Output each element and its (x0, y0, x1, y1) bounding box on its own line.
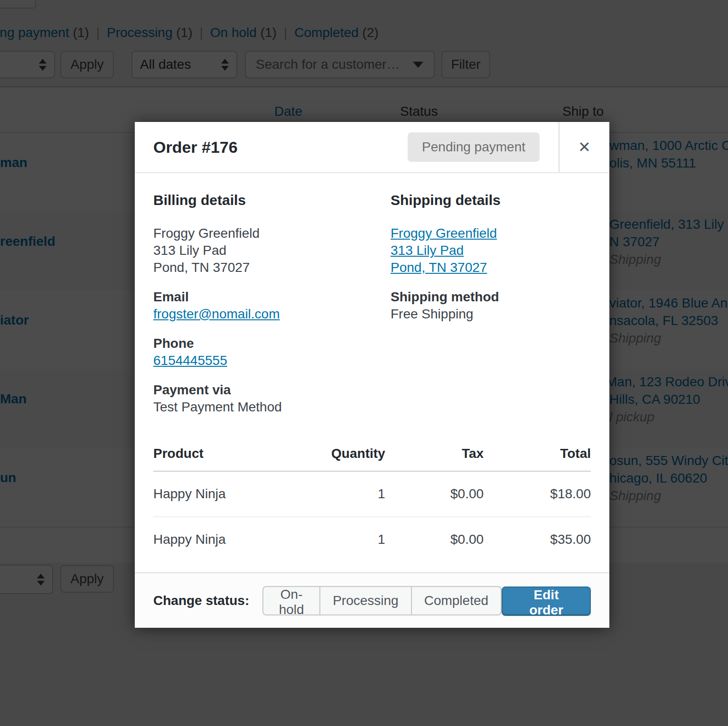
modal-header: Order #176 Pending payment ✕ (135, 122, 609, 173)
billing-address-line: 313 Lily Pad (153, 242, 391, 259)
order-items-table: Product Quantity Tax Total Happy Ninja 1… (153, 446, 591, 562)
email-label: Email (153, 289, 391, 306)
order-item-row: Happy Ninja 1 $0.00 $35.00 (153, 517, 591, 562)
billing-details-section: Billing details Froggy Greenfield 313 Li… (153, 173, 391, 416)
order-title: Order #176 (153, 138, 408, 157)
items-column-total: Total (484, 446, 591, 471)
orders-admin-screen: nding payment (1) | Processing (1) | On … (0, 0, 728, 726)
shipping-method-group: Shipping method Free Shipping (391, 289, 591, 323)
modal-footer: Change status: On-hold Processing Comple… (135, 572, 609, 628)
payment-via-group: Payment via Test Payment Method (153, 382, 391, 416)
payment-method: Test Payment Method (153, 399, 391, 416)
order-status-badge: Pending payment (408, 132, 540, 162)
items-column-quantity: Quantity (285, 446, 385, 471)
shipping-address: Froggy Greenfield 313 Lily Pad Pond, TN … (391, 225, 591, 276)
phone-link[interactable]: 6154445555 (153, 353, 227, 368)
close-modal-button[interactable]: ✕ (559, 122, 609, 172)
status-button-on-hold[interactable]: On-hold (262, 586, 320, 615)
item-product: Happy Ninja (153, 471, 285, 517)
item-product: Happy Ninja (153, 517, 285, 562)
shipping-details-heading: Shipping details (391, 191, 591, 209)
shipping-method-label: Shipping method (391, 289, 591, 306)
items-column-product: Product (153, 446, 285, 471)
order-preview-modal: Order #176 Pending payment ✕ Billing det… (135, 122, 609, 628)
item-tax: $0.00 (385, 517, 484, 562)
shipping-address-link[interactable]: Pond, TN 37027 (391, 260, 487, 275)
phone-label: Phone (153, 335, 391, 352)
change-status-label: Change status: (153, 593, 249, 608)
payment-via-label: Payment via (153, 382, 391, 399)
email-link[interactable]: frogster@nomail.com (153, 307, 280, 321)
close-icon: ✕ (578, 138, 591, 156)
status-button-processing[interactable]: Processing (319, 586, 412, 615)
modal-body: Billing details Froggy Greenfield 313 Li… (135, 173, 609, 572)
items-column-tax: Tax (385, 446, 484, 471)
shipping-details-section: Shipping details Froggy Greenfield 313 L… (391, 173, 591, 416)
shipping-method-value: Free Shipping (391, 306, 591, 323)
billing-name: Froggy Greenfield (153, 225, 391, 242)
billing-details-heading: Billing details (153, 191, 391, 209)
billing-phone-group: Phone 6154445555 (153, 335, 391, 369)
change-status-button-group: On-hold Processing Completed (262, 586, 502, 615)
item-total: $35.00 (484, 517, 591, 562)
shipping-address-link[interactable]: 313 Lily Pad (391, 243, 464, 258)
edit-order-button[interactable]: Edit order (502, 586, 591, 615)
status-button-completed[interactable]: Completed (411, 586, 502, 615)
billing-address-line: Pond, TN 37027 (153, 259, 391, 276)
billing-email-group: Email frogster@nomail.com (153, 289, 391, 323)
order-item-row: Happy Ninja 1 $0.00 $18.00 (153, 471, 591, 517)
item-tax: $0.00 (385, 471, 484, 517)
item-quantity: 1 (285, 517, 385, 562)
item-quantity: 1 (285, 471, 385, 517)
shipping-address-link[interactable]: Froggy Greenfield (391, 226, 497, 241)
billing-address: Froggy Greenfield 313 Lily Pad Pond, TN … (153, 225, 391, 276)
item-total: $18.00 (484, 471, 591, 517)
